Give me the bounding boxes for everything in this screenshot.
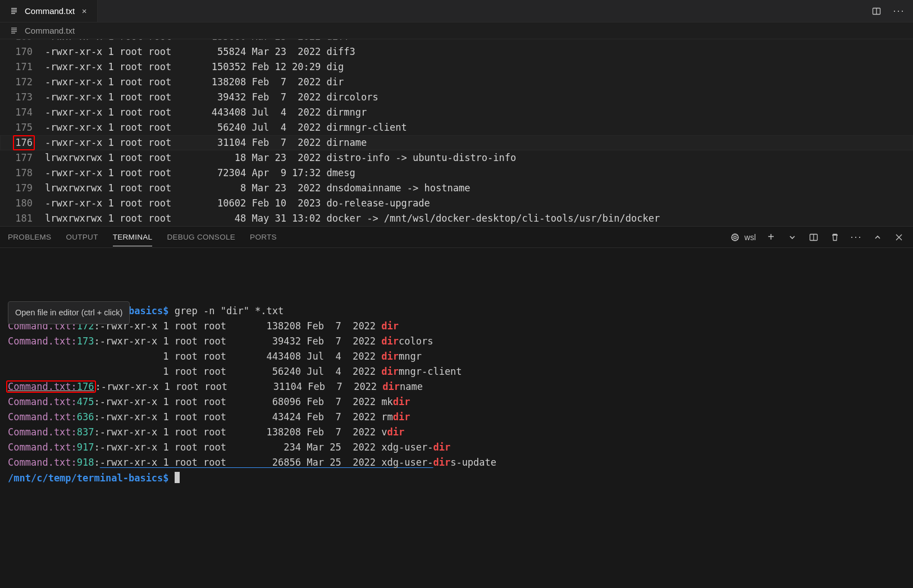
grep-file[interactable]: Command.txt [8, 396, 71, 407]
new-terminal-button[interactable]: + [765, 231, 777, 244]
editor-line[interactable]: 172-rwxr-xr-x 1 root root 138208 Feb 7 2… [0, 75, 913, 90]
editor-line[interactable]: 178-rwxr-xr-x 1 root root 72304 Apr 9 17… [0, 166, 913, 181]
grep-body: -rwxr-xr-x 1 root root 39432 Feb 7 2022 [100, 336, 382, 347]
grep-body: -rwxr-xr-x 1 root root 234 Mar 25 2022 x… [100, 442, 433, 453]
line-number: 179 [0, 181, 45, 196]
more-actions-icon[interactable]: ··· [893, 5, 905, 17]
panel-tab-terminal[interactable]: TERMINAL [113, 228, 153, 246]
code-text: lrwxrwxrwx 1 root root 8 Mar 23 2022 dns… [45, 181, 913, 196]
grep-file: Command.txt [8, 381, 71, 392]
panel-tab-problems[interactable]: PROBLEMS [8, 228, 51, 246]
grep-result-row: Command.txt:173:-rwxr-xr-x 1 root root 3… [8, 334, 905, 349]
grep-file[interactable]: Command.txt [8, 442, 71, 453]
terminal-cursor [175, 472, 180, 483]
line-number: 174 [0, 105, 45, 120]
grep-file[interactable]: Command.txt [8, 411, 71, 422]
grep-lineno: 176 [77, 381, 94, 392]
line-number: 173 [0, 90, 45, 105]
editor-line[interactable]: 173-rwxr-xr-x 1 root root 39432 Feb 7 20… [0, 90, 913, 105]
line-number: 170 [0, 44, 45, 59]
editor-line[interactable]: 179lrwxrwxrwx 1 root root 8 Mar 23 2022 … [0, 181, 913, 196]
split-terminal-icon[interactable] [807, 231, 820, 244]
grep-result-row: Command.txt:918:-rwxr-xr-x 1 root root 2… [8, 455, 905, 470]
grep-result-row: Command.txt:174:-rwxr-xr-x 1 root root 5… [8, 364, 905, 379]
kill-terminal-icon[interactable] [829, 231, 841, 244]
line-number: 169 [0, 39, 45, 44]
line-number: 177 [0, 150, 45, 166]
grep-body: -rwxr-xr-x 1 root root 31104 Feb 7 2022 [101, 381, 383, 392]
grep-tail: colors [399, 336, 433, 347]
grep-file[interactable]: Command.txt [8, 426, 71, 438]
maximize-panel-icon[interactable] [871, 231, 884, 244]
code-text: -rwxr-xr-x 1 root root 135680 Mar 23 202… [45, 39, 913, 44]
panel-tab-debug[interactable]: DEBUG CONSOLE [167, 228, 235, 246]
code-text: -rwxr-xr-x 1 root root 31104 Feb 7 2022 … [45, 135, 913, 150]
wsl-icon [729, 231, 741, 244]
grep-lineno: 475 [77, 396, 94, 407]
code-text: lrwxrwxrwx 1 root root 18 Mar 23 2022 di… [45, 150, 913, 166]
code-text: -rwxr-xr-x 1 root root 56240 Jul 4 2022 … [45, 120, 913, 135]
grep-body: -rwxr-xr-x 1 root root 68096 Feb 7 2022 … [100, 396, 393, 407]
terminal-shell-name: wsl [745, 233, 756, 242]
grep-lineno: 917 [77, 442, 94, 453]
tab-filename: Command.txt [25, 6, 75, 16]
code-text: -rwxr-xr-x 1 root root 138208 Feb 7 2022… [45, 75, 913, 90]
grep-match: dir [381, 320, 399, 332]
panel-tab-output[interactable]: OUTPUT [66, 228, 98, 246]
close-panel-icon[interactable] [893, 231, 905, 244]
split-editor-icon[interactable] [870, 5, 883, 17]
terminal-profile-chevron-icon[interactable] [786, 231, 798, 244]
terminal-cwd: /mnt/c/temp/terminal-basics [8, 472, 163, 484]
code-text: -rwxr-xr-x 1 root root 39432 Feb 7 2022 … [45, 90, 913, 105]
tab-actions: ··· [862, 0, 913, 22]
editor-line[interactable]: 181lrwxrwxrwx 1 root root 48 May 31 13:0… [0, 211, 913, 226]
grep-body: -rwxr-xr-x 1 root root 43424 Feb 7 2022 … [100, 411, 393, 422]
code-text: -rwxr-xr-x 1 root root 55824 Mar 23 2022… [45, 44, 913, 59]
editor-line[interactable]: 175-rwxr-xr-x 1 root root 56240 Jul 4 20… [0, 120, 913, 135]
terminal-profile-label[interactable]: wsl [729, 231, 756, 244]
code-text: lrwxrwxrwx 1 root root 48 May 31 13:02 d… [45, 211, 913, 226]
line-number: 171 [0, 59, 45, 75]
grep-match: dir [381, 336, 399, 347]
panel-actions: wsl + ··· [729, 231, 905, 244]
editor-line[interactable]: 176-rwxr-xr-x 1 root root 31104 Feb 7 20… [0, 135, 913, 150]
editor-line[interactable]: 171-rwxr-xr-x 1 root root 150352 Feb 12 … [0, 59, 913, 75]
file-lines-icon [8, 25, 20, 37]
bottom-panel: PROBLEMS OUTPUT TERMINAL DEBUG CONSOLE P… [0, 226, 913, 588]
code-text: -rwxr-xr-x 1 root root 10602 Feb 10 2023… [45, 196, 913, 211]
grep-lineno: 636 [77, 411, 94, 422]
line-number: 181 [0, 211, 45, 226]
hover-tooltip: Open file in editor (ctrl + click) [8, 301, 130, 324]
grep-file[interactable]: Command.txt [8, 457, 71, 468]
grep-tail: mngr [399, 351, 422, 362]
panel-more-icon[interactable]: ··· [850, 231, 862, 244]
terminal-command: grep -n "dir" *.txt [169, 305, 284, 316]
file-link[interactable]: Command.txt:176 [7, 381, 95, 392]
editor-area[interactable]: 169-rwxr-xr-x 1 root root 135680 Mar 23 … [0, 39, 913, 226]
grep-result-row: Command.txt:176:-rwxr-xr-x 1 root root 3… [8, 379, 905, 394]
grep-body: 1 root root 56240 Jul 4 2022 [157, 366, 381, 377]
grep-result-row: Command.txt:837:-rwxr-xr-x 1 root root 1… [8, 425, 905, 440]
prompt-suffix: $ [163, 305, 168, 316]
grep-file[interactable]: Command.txt [8, 336, 71, 347]
code-text: -rwxr-xr-x 1 root root 150352 Feb 12 20:… [45, 59, 913, 75]
tab-bar-spacer [98, 0, 862, 22]
grep-result-row: Command.txt:475:-rwxr-xr-x 1 root root 6… [8, 394, 905, 410]
app-root: Command.txt × ··· Command.txt 169-rwxr-x… [0, 0, 913, 588]
grep-lineno: 173 [77, 336, 94, 347]
panel-tab-ports[interactable]: PORTS [250, 228, 277, 246]
breadcrumb[interactable]: Command.txt [0, 22, 913, 39]
terminal-view[interactable]: /mnt/c/temp/terminal-basics$ grep -n "di… [0, 248, 913, 588]
tab-close-button[interactable]: × [79, 6, 89, 16]
editor-line[interactable]: 170-rwxr-xr-x 1 root root 55824 Mar 23 2… [0, 44, 913, 59]
grep-match: dir [433, 457, 450, 468]
svg-point-2 [734, 236, 736, 238]
editor-line[interactable]: 180-rwxr-xr-x 1 root root 10602 Feb 10 2… [0, 196, 913, 211]
grep-tail: name [400, 381, 423, 392]
editor-line[interactable]: 177lrwxrwxrwx 1 root root 18 Mar 23 2022… [0, 150, 913, 166]
grep-match: dir [433, 442, 450, 453]
grep-result-row: Command.txt:636:-rwxr-xr-x 1 root root 4… [8, 410, 905, 425]
editor-line[interactable]: 174-rwxr-xr-x 1 root root 443408 Jul 4 2… [0, 105, 913, 120]
line-number: 180 [0, 196, 45, 211]
editor-tab[interactable]: Command.txt × [0, 0, 98, 22]
